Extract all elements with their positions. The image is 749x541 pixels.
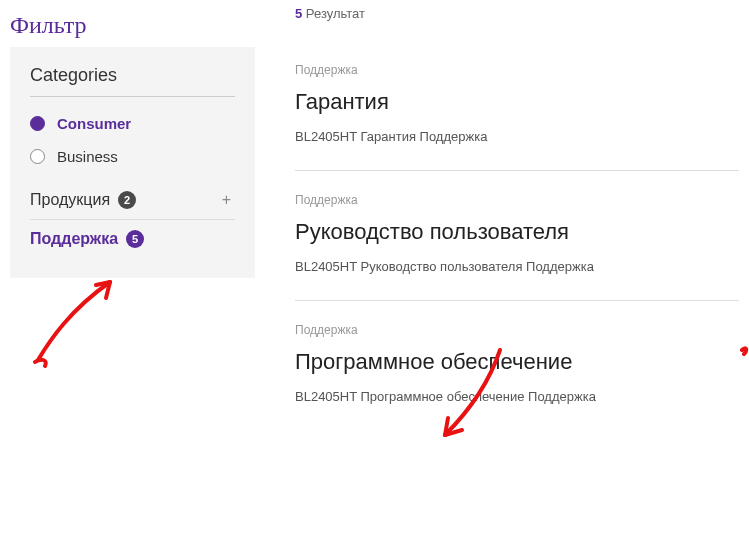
radio-label: Consumer [57,115,131,132]
filter-box: Categories Consumer Business Продукция 2… [10,47,255,278]
radio-label: Business [57,148,118,165]
facet-count-badge: 5 [126,230,144,248]
filter-sidebar: Фильтр Categories Consumer Business Прод… [0,0,265,430]
result-count-number: 5 [295,6,302,21]
result-title: Руководство пользователя [295,219,739,245]
result-category: Поддержка [295,323,739,337]
filter-title: Фильтр [0,0,265,47]
result-count-label: Результат [306,6,365,21]
results-panel: 5 Результат Поддержка Гарантия BL2405HT … [265,0,749,430]
radio-icon [30,116,45,131]
radio-icon [30,149,45,164]
facet-support[interactable]: Поддержка 5 [30,220,235,258]
result-category: Поддержка [295,193,739,207]
result-item[interactable]: Поддержка Программное обеспечение BL2405… [295,301,739,430]
result-desc: BL2405HT Гарантия Поддержка [295,129,739,144]
plus-icon: + [222,191,235,209]
categories-heading: Categories [30,65,235,97]
result-desc: BL2405HT Руководство пользователя Поддер… [295,259,739,274]
result-desc: BL2405HT Программное обеспечение Поддерж… [295,389,739,404]
facet-count-badge: 2 [118,191,136,209]
result-item[interactable]: Поддержка Гарантия BL2405HT Гарантия Под… [295,41,739,171]
result-title: Гарантия [295,89,739,115]
radio-business[interactable]: Business [30,148,235,165]
facet-products[interactable]: Продукция 2 + [30,181,235,220]
result-count: 5 Результат [295,0,739,41]
radio-consumer[interactable]: Consumer [30,115,235,132]
result-category: Поддержка [295,63,739,77]
facet-label: Продукция [30,191,110,209]
result-title: Программное обеспечение [295,349,739,375]
result-item[interactable]: Поддержка Руководство пользователя BL240… [295,171,739,301]
facet-label: Поддержка [30,230,118,248]
